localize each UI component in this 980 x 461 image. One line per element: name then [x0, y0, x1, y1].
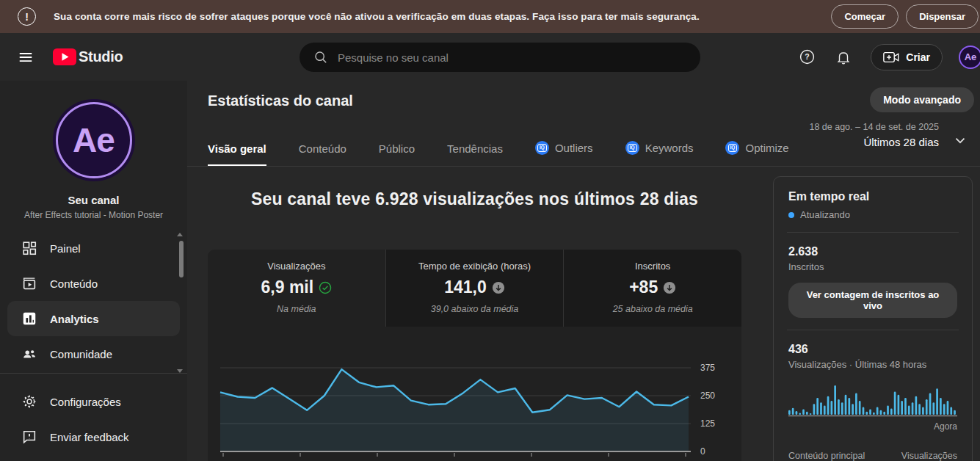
tabs-divider [187, 166, 980, 167]
svg-text:125: 125 [700, 418, 715, 429]
notifications-icon[interactable] [834, 48, 853, 67]
realtime-subscribers: 2.638 [788, 245, 957, 258]
check-circle-icon [319, 281, 332, 294]
live-dot-icon [788, 212, 794, 218]
metric-tabs: Visualizações 6,9 mil Na média Tempo de … [208, 250, 741, 327]
realtime-views: 436 [788, 343, 957, 356]
create-label: Criar [906, 51, 930, 63]
search-input[interactable] [338, 51, 661, 64]
realtime-subscribers-label: Inscritos [788, 261, 957, 272]
start-button[interactable]: Começar [831, 4, 899, 29]
divider [787, 232, 959, 233]
metric-value: 6,9 mil [261, 277, 314, 297]
sidebar-divider [0, 373, 187, 374]
sidebar: Ae Seu canal After Effects tutorial - Mo… [0, 81, 187, 461]
scroll-up-arrow[interactable] [177, 233, 183, 236]
tab-conteudo[interactable]: Conteúdo [299, 142, 346, 167]
realtime-card: Em tempo real Atualizando 2.638 Inscrito… [773, 176, 973, 461]
channel-name: Seu canal [0, 194, 187, 206]
top-header: Studio ? [0, 33, 980, 81]
sidebar-item-configuracoes[interactable]: Configurações [0, 384, 187, 419]
vidiq-icon: IQ [625, 141, 639, 155]
divider [787, 330, 959, 330]
sidebar-item-conteudo[interactable]: Conteúdo [0, 266, 187, 301]
advanced-mode-button[interactable]: Modo avançado [870, 87, 974, 112]
svg-text:250: 250 [700, 391, 715, 401]
banner-message: Sua conta corre mais risco de sofrer ata… [54, 11, 831, 22]
tab-tendencias[interactable]: Tendências [447, 142, 503, 167]
tab-optimize[interactable]: IQ Optimize [725, 141, 788, 167]
help-icon[interactable]: ? [797, 48, 816, 67]
scroll-down-arrow[interactable] [177, 369, 183, 373]
create-video-icon [883, 51, 899, 63]
banner-actions: Começar Dispensar [831, 4, 979, 29]
sidebar-item-label: Configurações [50, 396, 121, 408]
gear-icon [21, 393, 38, 410]
realtime-views-label: Visualizações · Últimas 48 horas [788, 359, 957, 370]
key-metrics-card: Visualizações 6,9 mil Na média Tempo de … [208, 250, 741, 461]
summary-headline: Seu canal teve 6.928 visualizações nos ú… [208, 189, 741, 209]
arrow-down-circle-icon [663, 281, 676, 294]
page-title: Estatísticas do canal [208, 92, 353, 109]
metric-value: +85 [629, 277, 658, 297]
arrow-down-circle-icon [492, 281, 505, 294]
sidebar-footer: Configurações Enviar feedback [0, 384, 187, 454]
search-icon [314, 51, 327, 64]
tab-keywords[interactable]: IQ Keywords [625, 141, 694, 167]
date-range-text: 18 de ago. – 14 de set. de 2025 [809, 122, 939, 132]
sidebar-item-label: Analytics [50, 313, 99, 325]
sidebar-item-label: Comunidade [50, 348, 112, 360]
metric-tab-tempo-exibicao[interactable]: Tempo de exibição (horas) 141,0 39,0 aba… [385, 250, 564, 327]
vidiq-icon: IQ [725, 141, 739, 155]
header-actions: ? Criar Ae [797, 33, 980, 81]
youtube-studio-logo[interactable]: Studio [53, 48, 123, 65]
views-line-chart: 3752501250 [208, 327, 741, 461]
dismiss-button[interactable]: Dispensar [906, 4, 979, 29]
sidebar-item-label: Enviar feedback [50, 431, 129, 443]
tab-publico[interactable]: Público [379, 142, 415, 167]
menu-icon[interactable] [16, 48, 35, 67]
metric-value: 141,0 [444, 277, 487, 297]
exclamation-circle-icon: ! [18, 7, 36, 26]
sidebar-item-enviar-feedback[interactable]: Enviar feedback [0, 419, 187, 454]
live-subscriber-count-button[interactable]: Ver contagem de inscritos ao vivo [788, 283, 957, 318]
metric-tab-inscritos[interactable]: Inscritos +85 25 abaixo da média [563, 250, 741, 327]
realtime-table-header: Conteúdo principal Visualizações [788, 451, 957, 461]
create-button[interactable]: Criar [871, 44, 943, 70]
youtube-studio-app: ! Sua conta corre mais risco de sofrer a… [0, 0, 980, 461]
vidiq-icon: IQ [535, 141, 549, 155]
metric-note: 39,0 abaixo da média [386, 304, 564, 314]
svg-text:?: ? [805, 52, 809, 61]
tab-outliers[interactable]: IQ Outliers [535, 141, 593, 167]
sidebar-item-label: Conteúdo [50, 277, 98, 290]
sidebar-menu: Painel Conteúdo [0, 230, 187, 454]
community-icon [21, 346, 38, 362]
sidebar-item-analytics[interactable]: Analytics [7, 301, 180, 336]
metric-note: 25 abaixo da média [564, 304, 741, 314]
search-bar [300, 43, 700, 72]
views-trend-chart: 3752501250 [208, 327, 741, 461]
svg-text:0: 0 [700, 446, 705, 457]
metric-tab-visualizacoes[interactable]: Visualizações 6,9 mil Na média [208, 250, 385, 327]
tab-visao-geral[interactable]: Visão geral [208, 142, 266, 167]
realtime-status-label: Atualizando [800, 209, 850, 220]
sidebar-item-label: Painel [50, 242, 81, 255]
metric-note: Na média [208, 304, 385, 314]
views-header: Visualizações [901, 451, 957, 461]
feedback-icon [21, 429, 38, 445]
analytics-icon [21, 311, 38, 327]
date-range-selector[interactable]: 18 de ago. – 14 de set. de 2025 Últimos … [809, 122, 939, 148]
realtime-views-bar-chart [788, 380, 957, 418]
channel-description: After Effects tutorial - Motion Poster [0, 210, 187, 220]
realtime-status: Atualizando [788, 209, 957, 220]
account-avatar[interactable]: Ae [959, 46, 980, 69]
chevron-down-icon[interactable] [952, 132, 968, 148]
content-icon [21, 275, 38, 291]
dashboard-icon [21, 240, 38, 256]
sidebar-item-painel[interactable]: Painel [0, 230, 187, 266]
sidebar-scrollbar-thumb[interactable] [179, 241, 184, 277]
channel-avatar-text: Ae [73, 120, 115, 160]
realtime-title: Em tempo real [788, 190, 957, 203]
channel-avatar[interactable]: Ae [53, 99, 135, 181]
sidebar-item-comunidade[interactable]: Comunidade [0, 336, 187, 371]
